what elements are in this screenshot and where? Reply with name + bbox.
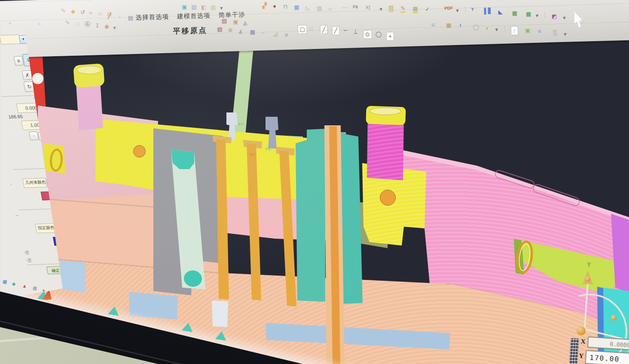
toolbar-icon[interactable]: ▾ xyxy=(563,15,566,21)
toolbar-icon[interactable]: ∷ xyxy=(309,26,313,32)
toolbar-icon[interactable]: ▾ xyxy=(495,27,498,32)
toolbar-icon[interactable]: ◗ xyxy=(485,25,489,31)
toolbar-icon[interactable]: ▾ xyxy=(456,8,459,13)
toolbar-icon[interactable]: ▾ xyxy=(536,13,539,18)
toolbar-icon[interactable]: ◧ xyxy=(201,4,207,10)
specify-color-dropdown[interactable]: 指定颜色 xyxy=(35,223,55,234)
toolbar-icon[interactable]: ≡ xyxy=(285,32,288,38)
motion-option-button[interactable]: ⧈ xyxy=(13,56,24,66)
toolbar-icon[interactable]: ▦ xyxy=(412,6,418,13)
toolbar-icon[interactable]: ▌▋ xyxy=(484,8,492,14)
toolbar-icon[interactable]: ▤ xyxy=(217,26,223,32)
toolbar-icon[interactable]: ↧ xyxy=(95,23,100,28)
toolbar-icon[interactable]: ▤ xyxy=(128,15,133,21)
part-bushing-notch[interactable] xyxy=(32,73,43,84)
toolbar-icon[interactable]: ∪ xyxy=(431,21,435,27)
toolbar-icon[interactable]: ✓ xyxy=(425,6,430,12)
toolbar-icon[interactable]: ▤ xyxy=(191,4,197,10)
menu-item-selection-preferences[interactable]: 选择首选项 xyxy=(135,13,169,21)
toolbar-icon[interactable]: F8 xyxy=(353,5,358,9)
toolbar-icon[interactable]: ◭ xyxy=(238,28,243,34)
toolbar-icon[interactable]: ◔ xyxy=(117,14,121,20)
geometry-color-dropdown[interactable]: 几何体颜色 xyxy=(22,178,47,188)
toolbar-icon[interactable]: ▭ xyxy=(98,11,103,16)
toolbar-icon[interactable]: ✎ xyxy=(400,5,405,12)
toolbar-icon[interactable]: Y xyxy=(471,7,474,12)
menu-row[interactable]: 选择首选项 建模首选项 简单干涉 xyxy=(135,10,251,22)
dynamic-input-readout[interactable]: X 0.0000 Y 170.00 xyxy=(569,334,629,364)
toolbar-icon[interactable]: ▣ xyxy=(233,19,238,24)
part-dowel-pin[interactable] xyxy=(380,190,396,206)
toolbar-icon[interactable]: ≡ xyxy=(538,28,541,34)
toolbar-icon[interactable]: ⊥ xyxy=(353,29,358,34)
toolbar-icon[interactable]: ╱ xyxy=(107,13,111,18)
toolbar-icon[interactable]: X] xyxy=(366,5,370,9)
wcs-label-xc: XC xyxy=(250,152,256,157)
spinner-minus-button[interactable]: - xyxy=(29,131,39,140)
toolbar-icon[interactable]: ◆ xyxy=(71,9,75,14)
toolbar-icon[interactable]: ◯ xyxy=(473,24,479,30)
toolbar-icon[interactable]: ▾ xyxy=(564,31,567,37)
toolbar-icon[interactable]: ▦ xyxy=(512,10,518,16)
part-dowel-pin[interactable] xyxy=(133,145,146,158)
toolbar-icon[interactable]: ▨ xyxy=(388,5,394,12)
toolbar-icon[interactable]: ▢ xyxy=(297,25,307,34)
toolbar-icon[interactable]: ↺ xyxy=(80,9,85,15)
panel-top-dropdown-field[interactable] xyxy=(0,34,21,45)
toolbar-icon[interactable]: ▦ xyxy=(294,4,299,10)
toolbar-icon[interactable]: ✎ xyxy=(65,20,70,25)
toolbar-icon[interactable]: ⊙ xyxy=(363,30,372,39)
toolbar-icon[interactable]: ▦ xyxy=(446,22,452,28)
keypad-icon[interactable] xyxy=(569,338,579,364)
toolbar-icon[interactable]: PDF xyxy=(444,6,453,11)
toolbar-icon[interactable]: ◿ xyxy=(273,31,278,37)
toolbar-icon[interactable]: ▥ xyxy=(317,6,322,11)
toolbar-icon[interactable]: ▞ xyxy=(263,3,267,8)
toolbar-icon[interactable]: ╱ xyxy=(332,26,339,35)
toolbar-icon[interactable]: ● xyxy=(273,3,276,9)
toolbar-icon[interactable]: ▾ xyxy=(113,25,116,30)
toolbar-icon[interactable]: ▩ xyxy=(250,29,256,35)
toolbar-icon[interactable]: I xyxy=(460,24,461,28)
y-coordinate-label: Y xyxy=(579,352,584,360)
menu-item-modeling-preferences[interactable]: 建模首选项 xyxy=(177,12,211,20)
toolbar-icon[interactable]: ⊓ xyxy=(283,4,288,9)
toolbar-icon[interactable]: ◩ xyxy=(552,13,557,19)
manipulator-ball[interactable] xyxy=(611,315,617,321)
toolbar-icon[interactable]: ▥ xyxy=(211,5,216,10)
toolbar-icon[interactable]: ◺ xyxy=(305,5,310,10)
toolbar-icon[interactable]: ◇ xyxy=(76,21,80,26)
toolbar-icon[interactable]: ◭ xyxy=(243,20,247,25)
toolbar-icon[interactable]: ▣ xyxy=(525,27,531,33)
toolbar-icon[interactable]: ⋮ xyxy=(462,6,468,12)
manipulator-origin-ball[interactable] xyxy=(577,326,586,335)
toolbar-icon[interactable]: ▾ xyxy=(379,6,382,12)
toolbar-icon[interactable]: ~ xyxy=(262,30,265,36)
toolbar-icon[interactable]: + xyxy=(386,32,394,41)
toolbar-icon[interactable]: ▣ xyxy=(182,4,187,9)
toolbar-icon[interactable]: ≈ xyxy=(89,10,92,16)
toolbar-icon[interactable]: ╱ xyxy=(320,25,327,34)
toolbar-icon[interactable]: ▒ xyxy=(553,30,557,35)
toolbar-icon[interactable]: ⊟ xyxy=(107,11,112,17)
toolbar-icon[interactable]: ∽ xyxy=(343,27,348,33)
toolbar-icon[interactable]: ✎ xyxy=(61,8,66,13)
toolbar-icon[interactable]: Ⓐ xyxy=(85,21,90,27)
toolbar-icon[interactable]: ↑ xyxy=(511,26,518,35)
toolbar-icon[interactable]: ⊕ xyxy=(104,24,109,29)
menu-item-simple-interference[interactable]: 简单干涉 xyxy=(218,11,245,19)
manipulator-ball[interactable] xyxy=(585,276,590,282)
toolbar-icon[interactable]: ⋮ xyxy=(502,26,507,31)
toolbar-icon[interactable]: ◯ xyxy=(376,31,382,37)
y-coordinate-field[interactable]: 170.00 xyxy=(585,350,629,364)
toolbar-icon[interactable]: ▾ xyxy=(220,5,223,11)
toolbar-icon[interactable]: ⋮ xyxy=(542,12,547,17)
toolbar-icon[interactable]: ^ xyxy=(38,22,40,28)
toolbar-icon[interactable]: ^ xyxy=(9,21,11,27)
toolbar-icon[interactable]: ◣ xyxy=(498,9,502,15)
toolbar-icon[interactable]: ▱ xyxy=(328,6,332,12)
toolbar-icon[interactable]: ⊛ xyxy=(228,27,232,33)
toolbar-icon[interactable]: ⋯ xyxy=(342,5,348,10)
toolbar-icon[interactable]: ▦ xyxy=(526,11,531,17)
x-coordinate-field[interactable]: 0.0000 xyxy=(587,337,629,350)
